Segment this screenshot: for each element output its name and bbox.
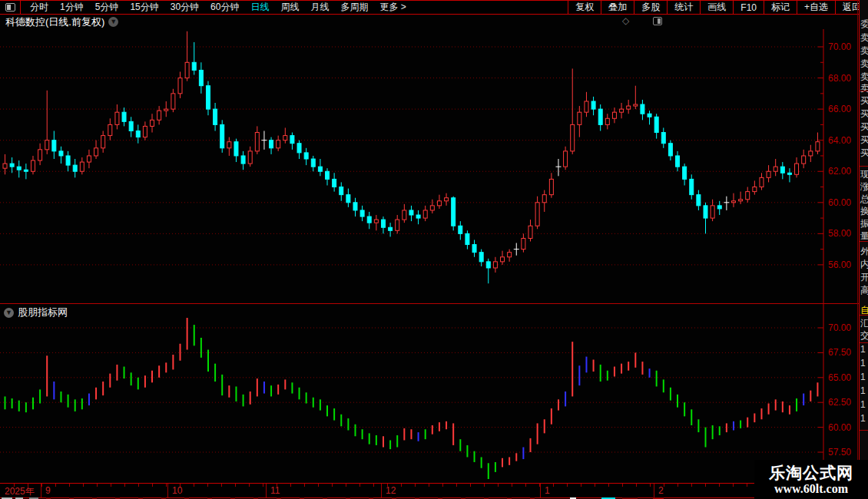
period-tabs: 分时1分钟5分钟15分钟30分钟60分钟日线周线月线多周期更多 >: [21, 1, 406, 14]
month-label: 11: [270, 485, 280, 496]
month-label: 1: [545, 485, 550, 496]
svg-text:58.00: 58.00: [828, 228, 851, 239]
sidebar-char: 现: [860, 169, 868, 180]
week-tick: [705, 484, 706, 487]
week-tick: [207, 484, 208, 487]
week-tick: [14, 484, 15, 487]
sidebar-separator: [860, 315, 868, 316]
svg-text:60.00: 60.00: [828, 422, 851, 433]
week-tick: [235, 484, 236, 487]
tab-更多 >[interactable]: 更多 >: [379, 1, 406, 14]
quote-sidebar-clipped[interactable]: 委卖卖卖卖卖买买买买买现涨总换振量外内开高自汇交111111: [859, 0, 868, 499]
button-叠加[interactable]: 叠加: [601, 1, 634, 14]
tab-5分钟[interactable]: 5分钟: [95, 1, 119, 14]
week-tick: [83, 484, 84, 487]
week-tick: [69, 484, 70, 487]
tab-周线[interactable]: 周线: [280, 1, 299, 14]
week-tick: [429, 484, 429, 487]
layout-toggle-icon[interactable]: [0, 1, 21, 14]
watermark: 乐淘公式网 www.60lt.com: [754, 460, 868, 499]
sidebar-char: 买: [860, 121, 868, 132]
sidebar-separator: [860, 91, 868, 91]
tab-30分钟[interactable]: 30分钟: [171, 1, 199, 14]
week-tick: [152, 484, 153, 487]
week-tick: [456, 484, 457, 487]
week-tick: [346, 484, 346, 487]
week-tick: [567, 484, 568, 487]
button-+自选[interactable]: +自选: [797, 1, 835, 14]
button-画线[interactable]: 画线: [700, 1, 733, 14]
indicator-header: ▼ 股朋指标网: [4, 306, 68, 319]
week-tick: [608, 484, 609, 487]
period-toolbar: 分时1分钟5分钟15分钟30分钟60分钟日线周线月线多周期更多 > 复权叠加多股…: [0, 0, 868, 15]
sidebar-char: 换: [860, 206, 868, 216]
month-divider: [266, 484, 267, 497]
svg-text:57.50: 57.50: [828, 447, 851, 458]
sidebar-char: 开: [860, 272, 868, 283]
sidebar-char: 卖: [860, 83, 868, 94]
week-tick: [373, 484, 374, 487]
week-tick: [470, 484, 471, 487]
svg-text:66.00: 66.00: [828, 104, 851, 114]
week-tick: [678, 484, 678, 487]
watermark-url: www.60lt.com: [774, 482, 848, 496]
week-tick: [636, 484, 637, 487]
week-tick: [111, 484, 111, 487]
trading-app-window: 分时1分钟5分钟15分钟30分钟60分钟日线周线月线多周期更多 > 复权叠加多股…: [0, 0, 868, 499]
tab-15分钟[interactable]: 15分钟: [130, 1, 158, 14]
indicator-chart[interactable]: 70.0067.5065.0062.5060.0057.50: [0, 304, 859, 483]
svg-text:62.50: 62.50: [828, 397, 851, 408]
sidebar-char: 买: [860, 108, 868, 119]
week-tick: [650, 484, 651, 487]
svg-text:68.00: 68.00: [828, 73, 851, 84]
svg-text:60.00: 60.00: [828, 197, 851, 208]
button-复权[interactable]: 复权: [568, 1, 601, 14]
sidebar-separator: [860, 241, 868, 242]
tab-1分钟[interactable]: 1分钟: [60, 1, 84, 14]
tab-60分钟[interactable]: 60分钟: [210, 1, 239, 14]
stock-title: 科德数控(日线.前复权): [5, 15, 104, 29]
week-tick: [539, 484, 540, 487]
button-统计[interactable]: 统计: [667, 1, 700, 14]
button-标记[interactable]: 标记: [764, 1, 797, 14]
svg-text:70.00: 70.00: [828, 322, 851, 333]
split-window-icon[interactable]: [653, 17, 662, 25]
watermark-title: 乐淘公式网: [769, 464, 853, 482]
candlestick-chart[interactable]: 70.0068.0066.0064.0062.0060.0058.0056.00: [0, 29, 859, 303]
sidebar-char: 高: [860, 285, 868, 296]
week-tick: [401, 484, 402, 487]
week-tick: [622, 484, 623, 487]
month-divider: [167, 484, 168, 497]
sidebar-char: 1: [860, 344, 868, 355]
button-F10[interactable]: F10: [733, 1, 764, 14]
week-tick: [359, 484, 360, 487]
month-divider: [381, 484, 382, 497]
week-tick: [166, 484, 167, 487]
week-tick: [28, 484, 28, 487]
tab-分时[interactable]: 分时: [30, 1, 48, 14]
week-tick: [484, 484, 485, 487]
collapse-chevron-icon[interactable]: ▼: [4, 308, 14, 318]
week-tick: [124, 484, 125, 487]
diamond-icon[interactable]: ◇: [622, 15, 629, 26]
week-tick: [442, 484, 443, 487]
sidebar-char: 1: [860, 358, 868, 368]
week-tick: [263, 484, 263, 487]
week-tick: [525, 484, 526, 487]
date-axis[interactable]: 2025年 910111212: [0, 483, 859, 498]
week-tick: [664, 484, 664, 487]
chevron-down-icon[interactable]: ▼: [108, 17, 118, 27]
sidebar-char: 外: [860, 246, 868, 256]
sidebar-char: 自: [860, 305, 868, 316]
button-多股[interactable]: 多股: [634, 1, 667, 14]
month-divider: [654, 484, 654, 497]
tab-日线[interactable]: 日线: [250, 1, 269, 14]
tab-月线[interactable]: 月线: [310, 1, 329, 14]
week-tick: [595, 484, 595, 487]
week-tick: [387, 484, 388, 487]
week-tick: [691, 484, 692, 487]
week-tick: [415, 484, 416, 487]
week-tick: [290, 484, 291, 487]
tab-多周期[interactable]: 多周期: [340, 1, 368, 14]
sidebar-char: 1: [860, 399, 868, 410]
